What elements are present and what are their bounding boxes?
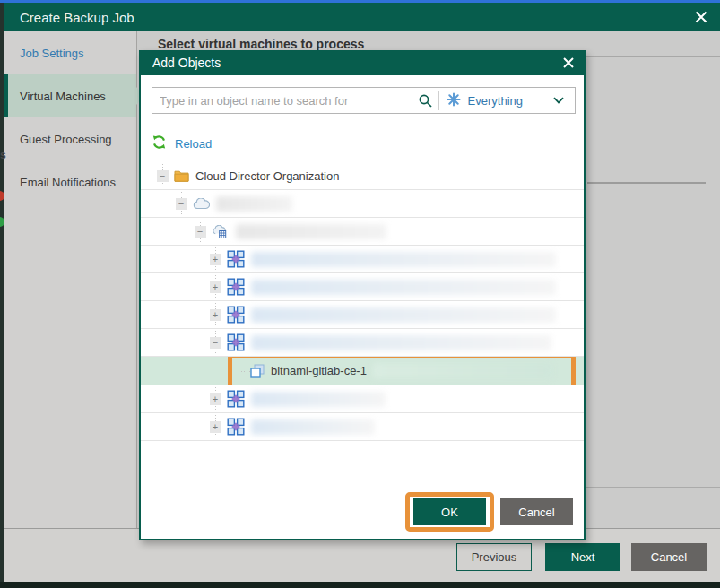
dialog-titlebar: Add Objects: [141, 50, 584, 75]
screen: Create Backup Job Job Settings Virtual M…: [0, 0, 720, 588]
tree-guide: −: [206, 329, 224, 356]
reload-link[interactable]: Reload: [152, 134, 212, 152]
tree-guide: +: [206, 385, 224, 412]
vapp-icon: [227, 278, 245, 296]
tree-row[interactable]: +: [141, 413, 584, 441]
object-search-box: Everything: [152, 87, 576, 114]
sidebar-item-job-settings[interactable]: Job Settings: [4, 31, 136, 74]
previous-button[interactable]: Previous: [456, 543, 532, 571]
sidebar-item-label: Email Notifications: [20, 176, 116, 189]
expand-toggle[interactable]: +: [210, 309, 221, 321]
wizard-steps-sidebar: Job Settings Virtual Machines Guest Proc…: [4, 31, 137, 528]
cancel-button[interactable]: Cancel: [631, 543, 707, 571]
redacted-label: [251, 280, 556, 295]
ok-button[interactable]: OK: [413, 498, 486, 525]
expand-toggle[interactable]: −: [210, 337, 221, 349]
browser-top-line: [0, 0, 720, 3]
separator-line: [586, 56, 720, 57]
expand-toggle[interactable]: −: [157, 170, 169, 182]
vapp-icon: [227, 390, 245, 408]
tree-guide: +: [206, 301, 224, 328]
vm-icon: [250, 364, 265, 378]
search-icon[interactable]: [412, 93, 438, 108]
tree-guide: [212, 357, 230, 385]
expand-toggle[interactable]: +: [210, 393, 221, 405]
expand-toggle[interactable]: −: [176, 198, 187, 210]
tree-guide: −: [172, 190, 190, 217]
tree-row[interactable]: +: [141, 273, 584, 301]
edge-text-fragment: s: [0, 149, 6, 161]
tree-guide: −: [153, 162, 171, 189]
add-objects-dialog: Add Objects Everything: [139, 50, 586, 540]
everything-icon: [447, 92, 461, 109]
sidebar-item-label: Virtual Machines: [20, 90, 106, 103]
separator-line: [586, 487, 720, 488]
tree-guide: −: [191, 218, 209, 245]
tree-row[interactable]: +: [141, 301, 584, 329]
sidebar-item-virtual-machines[interactable]: Virtual Machines: [4, 74, 136, 117]
window-title: Create Backup Job: [20, 10, 134, 25]
tree-node-label: bitnami-gitlab-ce-1: [271, 364, 367, 377]
reload-label: Reload: [175, 137, 212, 151]
close-icon[interactable]: [562, 56, 575, 69]
sidebar-item-label: Job Settings: [20, 47, 84, 60]
tree-guide: +: [206, 246, 224, 272]
tree-guide: +: [206, 413, 224, 440]
close-icon[interactable]: [694, 10, 708, 24]
tree-row[interactable]: −: [141, 190, 584, 218]
bottom-edge-strip: [0, 582, 720, 588]
chevron-down-icon: [553, 97, 564, 104]
window-titlebar: Create Backup Job: [4, 3, 720, 31]
redacted-label: [236, 224, 386, 239]
tree-row[interactable]: +: [141, 385, 584, 413]
tree-guide: [230, 357, 247, 385]
tree-row[interactable]: −: [141, 218, 584, 246]
step-heading: Select virtual machines to process: [158, 37, 364, 51]
redacted-label: [251, 392, 386, 407]
vapp-icon: [227, 306, 245, 324]
cloud-icon: [193, 198, 210, 210]
reload-icon: [152, 134, 167, 152]
tree-guide: +: [206, 273, 224, 300]
tree-row-selected[interactable]: bitnami-gitlab-ce-1: [141, 357, 584, 385]
vapp-icon: [227, 333, 245, 351]
sidebar-item-guest-processing[interactable]: Guest Processing: [4, 117, 136, 160]
redacted-label: [251, 419, 375, 435]
expand-toggle[interactable]: −: [195, 226, 206, 238]
object-tree: −Cloud Director Organization−−+++−bitnam…: [141, 162, 584, 441]
search-input[interactable]: [152, 94, 412, 108]
sidebar-item-email-notifications[interactable]: Email Notifications: [4, 160, 136, 203]
vapp-icon: [227, 250, 245, 268]
expand-toggle[interactable]: +: [210, 254, 221, 265]
scope-dropdown[interactable]: Everything: [439, 92, 575, 109]
next-button[interactable]: Next: [545, 543, 620, 571]
redacted-label: [373, 363, 552, 378]
expand-toggle[interactable]: +: [210, 281, 221, 293]
scope-label: Everything: [468, 94, 523, 108]
redacted-label: [251, 252, 556, 267]
vapp-icon: [227, 418, 245, 436]
tree-row[interactable]: +: [141, 246, 584, 273]
folder-icon: [174, 169, 189, 182]
redacted-label: [251, 307, 556, 323]
vdc-icon: [212, 225, 230, 238]
expand-toggle[interactable]: +: [210, 421, 221, 433]
separator-line: [587, 182, 706, 184]
dialog-cancel-button[interactable]: Cancel: [500, 498, 573, 525]
redacted-label: [251, 335, 551, 350]
tree-node-label: Cloud Director Organization: [195, 169, 339, 183]
dialog-title: Add Objects: [152, 56, 221, 70]
redacted-label: [216, 196, 292, 212]
tree-row[interactable]: −Cloud Director Organization: [141, 162, 584, 190]
sidebar-item-label: Guest Processing: [20, 133, 112, 146]
tree-row[interactable]: −: [141, 329, 584, 357]
left-edge-strip: [0, 3, 4, 582]
